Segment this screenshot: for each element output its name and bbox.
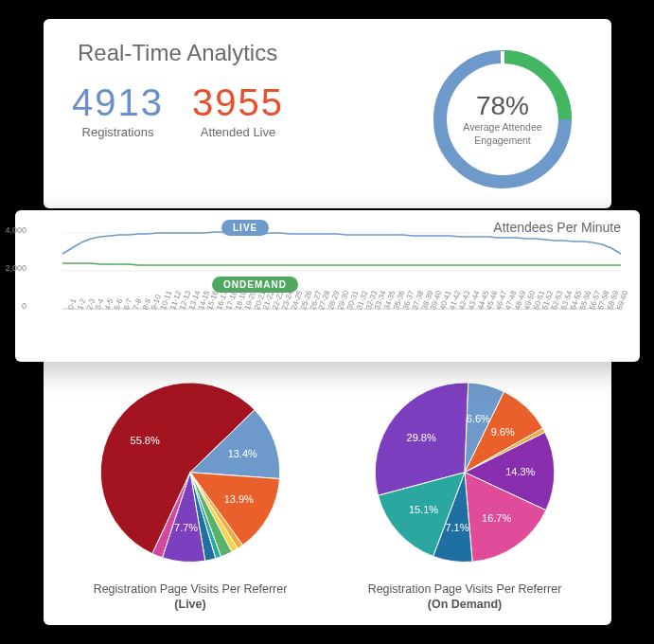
engagement-gauge: 78% Average Attendee Engagement (422, 40, 583, 199)
pie-ondemand-caption: Registration Page Visits Per Referrer (O… (368, 581, 562, 613)
pie-live-caption-b: (Live) (94, 597, 288, 612)
pie-slice-label: 9.6% (491, 426, 515, 438)
pie-slice-label: 13.4% (228, 448, 257, 459)
stat-registrations-label: Registrations (72, 125, 164, 139)
pie-slice-label: 7.7% (174, 522, 198, 533)
y-tick: 0 (0, 301, 27, 311)
analytics-header-card: Real-Time Analytics 4913 Registrations 3… (44, 19, 611, 208)
pie-slice-label: 15.1% (409, 504, 438, 515)
gauge-center: 78% Average Attendee Engagement (446, 91, 559, 147)
pie-ondemand-caption-b: (On Demand) (368, 597, 562, 612)
pie-col-live: 55.8%13.4%13.9%7.7% Registration Page Vi… (53, 369, 327, 612)
pie-col-ondemand: 29.8%6.6%9.6%14.3%16.7%7.1%15.1% Registr… (327, 369, 602, 612)
pie-slice-label: 14.3% (505, 466, 535, 477)
linechart-area: 0 2,000 4,000 LIVE ONDEMAND 0-11-22-33-4… (32, 224, 623, 323)
linechart-x-axis: 0-11-22-33-44-55-66-77-88-99-1010-1111-1… (62, 298, 623, 327)
gauge-label: Average Attendee Engagement (446, 121, 559, 147)
header-left: Real-Time Analytics 4913 Registrations 3… (72, 40, 422, 199)
pie-ondemand-caption-a: Registration Page Visits Per Referrer (368, 582, 562, 596)
pie-slice-label: 16.7% (482, 512, 511, 524)
y-tick: 2,000 (0, 263, 27, 273)
stat-registrations: 4913 Registrations (72, 83, 164, 139)
stats-row: 4913 Registrations 3955 Attended Live (72, 83, 422, 139)
pie-live-svg: 55.8%13.4%13.9%7.7% (86, 373, 294, 572)
stat-registrations-value: 4913 (72, 83, 164, 121)
gauge-percent: 78% (446, 91, 559, 121)
pie-live-caption: Registration Page Visits Per Referrer (L… (94, 581, 288, 613)
stat-attended-live: 3955 Attended Live (192, 83, 284, 139)
pie-live-caption-a: Registration Page Visits Per Referrer (94, 582, 288, 596)
pie-ondemand-svg: 29.8%6.6%9.6%14.3%16.7%7.1%15.1% (361, 373, 569, 572)
stat-attended-live-value: 3955 (192, 83, 284, 121)
pie-slice-label: 7.1% (445, 522, 468, 533)
stat-attended-live-label: Attended Live (192, 125, 284, 139)
attendees-linechart-card: Attendees Per Minute 0 2,000 4,000 LIVE … (15, 210, 640, 362)
pie-slice-label: 6.6% (467, 413, 490, 424)
svg-rect-3 (501, 51, 504, 68)
series-pill-live: LIVE (221, 220, 269, 236)
referrer-pies-card: 55.8%13.4%13.9%7.7% Registration Page Vi… (44, 350, 611, 625)
y-tick: 4,000 (0, 225, 27, 235)
page-title: Real-Time Analytics (78, 40, 422, 66)
pie-slice-label: 55.8% (131, 435, 160, 446)
pie-slice-label: 13.9% (224, 493, 254, 505)
pie-slice-label: 29.8% (407, 432, 436, 443)
